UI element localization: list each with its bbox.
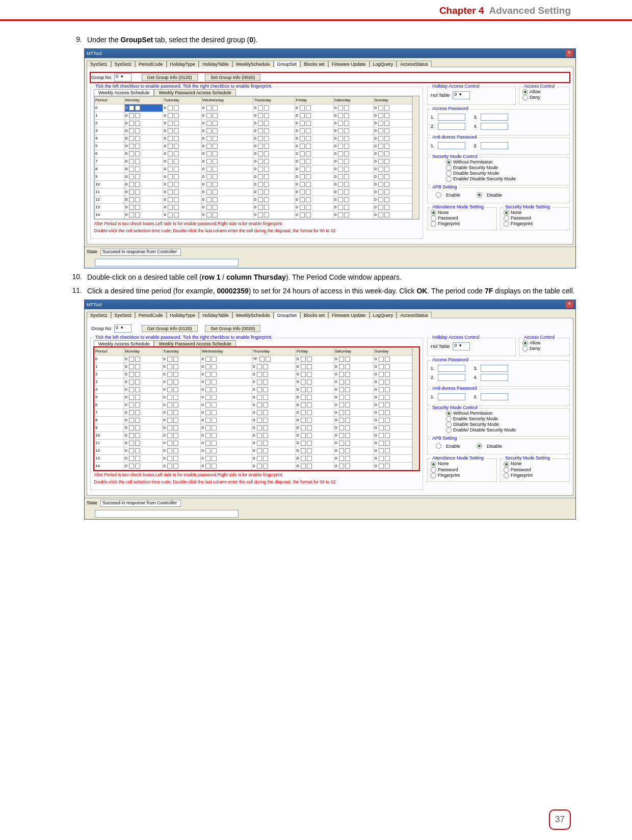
checkbox-password[interactable] [168,205,173,210]
checkbox-password[interactable] [167,395,172,400]
checkbox-password[interactable] [206,128,212,133]
table-cell[interactable]: 0 [295,142,334,150]
table-cell[interactable]: 0 [124,112,163,119]
checkbox-password[interactable] [378,212,383,218]
table-cell[interactable]: 0 [252,378,296,386]
radio-sms-pw[interactable] [504,467,509,473]
checkbox-fingerprint[interactable] [263,441,268,446]
checkbox-password[interactable] [338,167,343,172]
table-cell[interactable]: 0 [295,127,334,134]
table-cell[interactable]: 0 [296,447,334,454]
checkbox-password[interactable] [129,174,134,179]
checkbox-password[interactable] [206,105,212,111]
checkbox-password[interactable] [301,387,306,392]
table-cell[interactable]: 0 [253,180,295,188]
table-cell[interactable]: 0 [334,447,374,454]
checkbox-password[interactable] [205,372,210,377]
checkbox-password[interactable] [338,113,343,118]
tab-sysset2[interactable]: SysSet2 [111,312,136,318]
checkbox-password[interactable] [168,128,173,133]
checkbox-fingerprint[interactable] [307,387,312,392]
tab-groupset[interactable]: GroupSet [274,61,301,67]
checkbox-fingerprint[interactable] [344,151,349,156]
checkbox-fingerprint[interactable] [135,159,140,164]
checkbox-fingerprint[interactable] [213,189,218,195]
table-cell[interactable]: 0 [333,134,374,142]
table-cell[interactable]: 0 [296,439,334,447]
checkbox-password[interactable] [129,380,134,385]
checkbox-password[interactable] [378,159,383,164]
checkbox-fingerprint[interactable] [306,167,311,172]
table-cell[interactable]: 0 [295,173,334,180]
checkbox-fingerprint[interactable] [306,151,311,156]
checkbox-password[interactable] [257,364,262,369]
table-cell[interactable]: 0 [201,409,252,416]
table-cell[interactable]: 0 [374,173,412,180]
checkbox-fingerprint[interactable] [384,212,389,218]
checkbox-fingerprint[interactable] [307,448,312,453]
checkbox-password[interactable] [300,121,305,126]
table-cell[interactable]: 0 [295,196,334,203]
table-cell[interactable]: 0 [252,393,296,401]
table-cell[interactable]: 0 [202,119,253,127]
checkbox-password[interactable] [339,380,344,385]
table-cell[interactable]: 0 [253,104,295,112]
checkbox-password[interactable] [167,357,172,362]
checkbox-fingerprint[interactable] [173,448,178,453]
checkbox-fingerprint[interactable] [306,197,311,202]
checkbox-password[interactable] [378,205,383,210]
table-cell[interactable]: 0 [124,142,163,150]
table-cell[interactable]: 0 [163,416,201,424]
table-cell[interactable]: 0 [201,416,252,424]
checkbox-fingerprint[interactable] [263,364,268,369]
checkbox-password[interactable] [379,402,384,408]
checkbox-password[interactable] [167,441,172,446]
checkbox-fingerprint[interactable] [135,380,140,385]
checkbox-fingerprint[interactable] [384,189,389,195]
checkbox-password[interactable] [257,433,262,438]
table-cell[interactable]: 0 [296,378,334,386]
table-cell[interactable]: 0 [124,165,163,173]
checkbox-fingerprint[interactable] [135,395,140,400]
checkbox-password[interactable] [205,418,210,423]
table-cell[interactable]: 0 [296,409,334,416]
subtab-weekly-password[interactable]: Weekly Password Access Schedule [154,89,235,96]
table-cell[interactable]: 0 [163,112,202,119]
checkbox-password[interactable] [129,121,134,126]
checkbox-fingerprint[interactable] [345,395,350,400]
table-cell[interactable]: 0 [124,363,163,370]
tab-holidaytable[interactable]: HolidayTable [199,312,232,318]
checkbox-fingerprint[interactable] [263,372,268,377]
checkbox-fingerprint[interactable] [212,464,217,469]
table-cell[interactable]: 0 [374,363,412,370]
checkbox-fingerprint[interactable] [135,464,140,469]
table-cell[interactable]: 0 [202,203,253,211]
table-cell[interactable]: 0 [333,112,374,119]
checkbox-password[interactable] [258,151,263,156]
checkbox-password[interactable] [339,456,344,461]
checkbox-password[interactable] [338,197,343,202]
checkbox-password[interactable] [129,197,134,202]
checkbox-password[interactable] [338,212,343,218]
table-cell[interactable]: 0 [201,431,252,439]
checkbox-password[interactable] [300,205,305,210]
checkbox-fingerprint[interactable] [307,380,312,385]
table-cell[interactable]: 0 [374,393,412,401]
table-cell[interactable]: 0 [334,370,374,378]
radio-sms-fp[interactable] [504,473,509,478]
checkbox-fingerprint[interactable] [385,364,390,369]
checkbox-password[interactable] [300,113,305,118]
table-cell[interactable]: 0 [295,157,334,165]
tab-sysset2[interactable]: SysSet2 [111,61,136,67]
table-cell[interactable]: 0 [252,416,296,424]
checkbox-fingerprint[interactable] [384,121,389,126]
table-cell[interactable]: 0 [202,127,253,134]
checkbox-fingerprint[interactable] [173,387,178,392]
checkbox-fingerprint[interactable] [385,402,390,408]
table-cell[interactable]: 0 [202,173,253,180]
checkbox-fingerprint[interactable] [263,448,268,453]
checkbox-fingerprint[interactable] [264,151,269,156]
table-cell[interactable]: 0 [124,378,163,386]
checkbox-password[interactable] [338,159,343,164]
checkbox-fingerprint[interactable] [174,174,179,179]
